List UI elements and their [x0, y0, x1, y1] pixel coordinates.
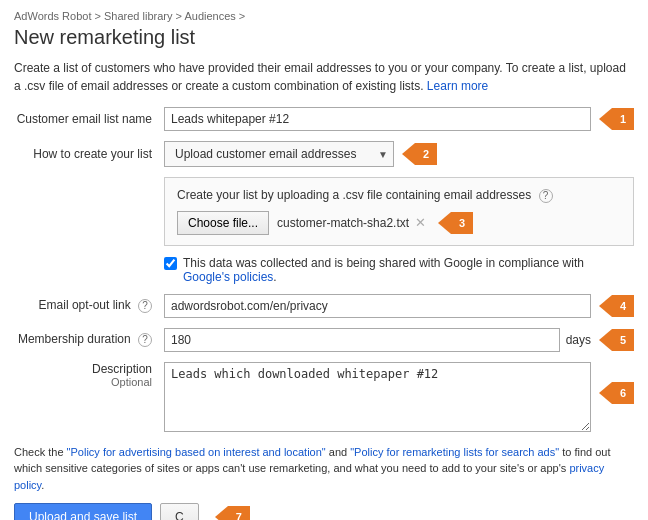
email-opt-out-row: Email opt-out link ? 4	[14, 294, 634, 318]
membership-duration-row: Membership duration ? days 5	[14, 328, 634, 352]
customer-email-list-name-label: Customer email list name	[14, 112, 164, 126]
step5-arrow: 5	[599, 329, 634, 351]
breadcrumb: AdWords Robot > Shared library > Audienc…	[14, 10, 634, 22]
upload-box-title-text: Create your list by uploading a .csv fil…	[177, 188, 531, 202]
membership-duration-input[interactable]	[164, 328, 560, 352]
how-to-create-select[interactable]: Upload customer email addresses Create c…	[164, 141, 394, 167]
page-title: New remarketing list	[14, 26, 634, 49]
email-opt-out-input[interactable]	[164, 294, 591, 318]
customer-email-list-name-row: Customer email list name 1	[14, 107, 634, 131]
step3-arrow: 3	[438, 212, 473, 234]
description-textarea[interactable]: Leads which downloaded whitepaper #12	[164, 362, 591, 432]
policy-interest-link[interactable]: "Policy for advertising based on interes…	[67, 446, 326, 458]
description-row: Description Optional Leads which downloa…	[14, 362, 634, 432]
learn-more-link[interactable]: Learn more	[427, 79, 488, 93]
compliance-text: This data was collected and is being sha…	[183, 256, 634, 284]
step5-badge: 5	[612, 329, 634, 351]
step3-badge: 3	[451, 212, 473, 234]
upload-box: Create your list by uploading a .csv fil…	[164, 177, 634, 246]
step1-badge: 1	[612, 108, 634, 130]
help-icon[interactable]: ?	[539, 189, 553, 203]
file-name: customer-match-sha2.txt	[277, 216, 409, 230]
step4-arrow: 4	[599, 295, 634, 317]
compliance-checkbox-row: This data was collected and is being sha…	[164, 256, 634, 284]
membership-duration-label: Membership duration ?	[14, 332, 164, 347]
step7-arrow: 7	[215, 506, 250, 520]
close-icon[interactable]: ✕	[415, 215, 426, 230]
breadcrumb-part: Shared library	[104, 10, 172, 22]
step2-arrow: 2	[402, 143, 437, 165]
email-opt-out-label: Email opt-out link ?	[14, 298, 164, 313]
help-icon-email[interactable]: ?	[138, 299, 152, 313]
upload-save-button[interactable]: Upload and save list	[14, 503, 152, 520]
description-label: Description Optional	[14, 362, 164, 388]
step6-arrow: 6	[599, 382, 634, 404]
step6-badge: 6	[612, 382, 634, 404]
compliance-checkbox[interactable]	[164, 257, 177, 270]
choose-file-button[interactable]: Choose file...	[177, 211, 269, 235]
intro-text: Create a list of customers who have prov…	[14, 59, 634, 95]
privacy-policy-link[interactable]: privacy policy	[14, 462, 604, 491]
step7-badge: 7	[228, 506, 250, 520]
customer-email-list-name-input[interactable]	[164, 107, 591, 131]
button-row: Upload and save list C 7	[14, 503, 634, 520]
step4-badge: 4	[612, 295, 634, 317]
help-icon-membership[interactable]: ?	[138, 333, 152, 347]
cancel-button[interactable]: C	[160, 503, 199, 520]
policy-remarketing-link[interactable]: "Policy for remarketing lists for search…	[350, 446, 559, 458]
how-to-create-label: How to create your list	[14, 147, 164, 161]
breadcrumb-part: AdWords Robot	[14, 10, 91, 22]
how-to-create-row: How to create your list Upload customer …	[14, 141, 634, 167]
breadcrumb-part: Audiences	[184, 10, 235, 22]
step1-arrow: 1	[599, 108, 634, 130]
footer-text: Check the "Policy for advertising based …	[14, 444, 634, 494]
membership-unit: days	[566, 333, 591, 347]
google-policies-link[interactable]: Google's policies	[183, 270, 273, 284]
step2-badge: 2	[415, 143, 437, 165]
